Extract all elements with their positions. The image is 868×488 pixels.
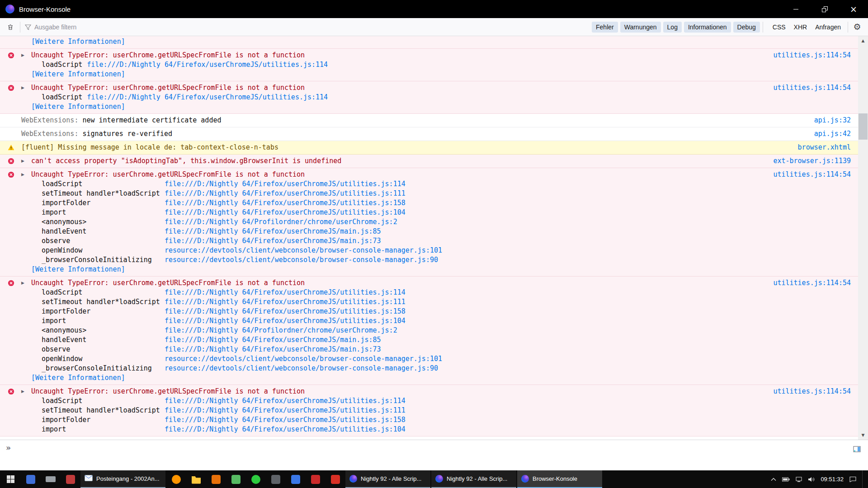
message-location-link[interactable]: utilities.js:114:54 xyxy=(764,83,851,93)
keyboard-app-icon[interactable] xyxy=(41,470,61,488)
stack-frame-link[interactable]: file:///D:/Nightly 64/Profilordner/chrom… xyxy=(165,217,858,227)
stack-frame-link[interactable]: file:///D:/Nightly 64/Firefox/userChrome… xyxy=(165,189,858,198)
stack-frame-link[interactable]: file:///D:/Nightly 64/Firefox/userChrome… xyxy=(87,60,858,70)
error-message: ▶Uncaught TypeError: userChrome.getURLSp… xyxy=(0,168,858,277)
volume-icon[interactable] xyxy=(808,477,815,482)
pinned-app-5-icon[interactable] xyxy=(266,470,286,488)
expand-arrow-icon[interactable]: ▶ xyxy=(14,278,31,288)
message-location-link[interactable]: api.js:32 xyxy=(805,116,851,125)
filter-button-informationen[interactable]: Informationen xyxy=(684,22,731,33)
message-location-link[interactable]: utilities.js:114:54 xyxy=(764,387,851,396)
filter-button-warnungen[interactable]: Warnungen xyxy=(620,22,661,33)
message-location-link[interactable]: browser.xhtml xyxy=(789,143,851,152)
pinned-app-6-glyph xyxy=(291,475,300,484)
titlebar: Browser-Konsole × xyxy=(0,0,868,18)
close-button[interactable]: × xyxy=(839,0,868,18)
filter-button-fehler[interactable]: Fehler xyxy=(592,22,618,33)
system-tray: 09:51:32 xyxy=(771,470,868,488)
pinned-app-1-icon[interactable] xyxy=(21,470,41,488)
pinned-app-3-icon[interactable] xyxy=(206,470,226,488)
stack-frame-link[interactable]: file:///D:/Nightly 64/Firefox/userChrome… xyxy=(165,415,858,425)
file-explorer-glyph xyxy=(192,475,201,484)
more-info-link[interactable]: [Weitere Informationen] xyxy=(0,373,858,383)
filter-button-css[interactable]: CSS xyxy=(770,22,788,33)
file-explorer-icon[interactable] xyxy=(186,470,206,488)
stack-frame-link[interactable]: resource://devtools/client/webconsole/br… xyxy=(165,246,858,255)
filter-box xyxy=(25,23,179,31)
pinned-app-8-icon[interactable] xyxy=(326,470,345,488)
minimize-button[interactable] xyxy=(781,0,810,18)
error-icon xyxy=(8,84,14,91)
stack-frame-link[interactable]: file:///D:/Nightly 64/Firefox/userChrome… xyxy=(87,93,858,102)
vertical-scrollbar[interactable]: ▲ ▼ xyxy=(858,36,868,440)
expand-arrow-icon[interactable]: ▶ xyxy=(14,156,31,166)
more-info-link[interactable]: [Weitere Informationen] xyxy=(0,102,858,112)
pinned-app-4-icon[interactable] xyxy=(226,470,246,488)
stack-frame-link[interactable]: file:///D:/Nightly 64/Firefox/userChrome… xyxy=(165,208,858,217)
taskbar-window-button[interactable]: Browser-Konsole xyxy=(517,470,602,488)
filter-button-xhr[interactable]: XHR xyxy=(792,22,810,33)
taskbar-window-button[interactable]: Posteingang - 2002An... xyxy=(80,470,165,488)
pinned-app-2-icon[interactable] xyxy=(61,470,80,488)
pinned-app-6-icon[interactable] xyxy=(286,470,306,488)
stack-frame-link[interactable]: file:///D:/Nightly 64/Profilordner/chrom… xyxy=(165,326,858,335)
start-button[interactable] xyxy=(0,470,21,488)
firefox-icon[interactable] xyxy=(166,470,186,488)
message-body: WebExtensions:signatures re-verified xyxy=(21,129,172,139)
expand-arrow-icon[interactable]: ▶ xyxy=(14,170,31,179)
stack-frame-link[interactable]: file:///D:/Nightly 64/Firefox/userChrome… xyxy=(165,288,858,297)
stack-frame-link[interactable]: file:///D:/Nightly 64/Firefox/userChrome… xyxy=(165,425,858,434)
notifications-icon[interactable] xyxy=(849,476,856,482)
message-location-link[interactable]: ext-browser.js:1139 xyxy=(764,156,851,166)
stack-frame-link[interactable]: resource://devtools/client/webconsole/br… xyxy=(165,354,858,364)
stack-frame-function: loadScript xyxy=(42,179,160,189)
stack-frame-link[interactable]: file:///D:/Nightly 64/Firefox/userChrome… xyxy=(165,345,858,354)
tray-chevron-up-icon[interactable] xyxy=(771,478,776,481)
stack-frame-link[interactable]: file:///D:/Nightly 64/Firefox/userChrome… xyxy=(165,297,858,307)
stack-frame-link[interactable]: file:///D:/Nightly 64/Firefox/userChrome… xyxy=(165,227,858,236)
stack-frame-link[interactable]: resource://devtools/client/webconsole/br… xyxy=(165,255,858,265)
taskbar-window-button[interactable]: Nightly 92 - Alle Scrip... xyxy=(345,470,430,488)
settings-button[interactable]: ⚙ xyxy=(851,20,864,34)
stack-frame-link[interactable]: file:///D:/Nightly 64/Firefox/userChrome… xyxy=(165,179,858,189)
stack-frame-link[interactable]: file:///D:/Nightly 64/Firefox/userChrome… xyxy=(165,316,858,326)
stack-frame-link[interactable]: file:///D:/Nightly 64/Firefox/userChrome… xyxy=(165,307,858,316)
filter-button-debug[interactable]: Debug xyxy=(733,22,760,33)
sidebar-toggle-icon[interactable] xyxy=(853,446,861,453)
taskbar-clock[interactable]: 09:51:32 xyxy=(821,476,844,483)
stack-frame-link[interactable]: file:///D:/Nightly 64/Firefox/userChrome… xyxy=(165,198,858,208)
stack-frame-link[interactable]: resource://devtools/client/webconsole/br… xyxy=(165,364,858,373)
stack-frame-link[interactable]: file:///D:/Nightly 64/Firefox/userChrome… xyxy=(165,396,858,406)
network-icon[interactable] xyxy=(796,477,802,482)
pinned-app-check-icon[interactable] xyxy=(246,470,266,488)
filter-input[interactable] xyxy=(34,23,179,31)
stack-frame-link[interactable]: file:///D:/Nightly 64/Firefox/userChrome… xyxy=(165,406,858,415)
scrollbar-up-arrow[interactable]: ▲ xyxy=(858,36,868,45)
stack-frame-function: _browserConsoleInitializing xyxy=(42,364,160,373)
stack-frame-link[interactable]: file:///D:/Nightly 64/Firefox/userChrome… xyxy=(165,335,858,345)
expand-arrow-icon[interactable]: ▶ xyxy=(14,387,31,396)
console-command-input[interactable] xyxy=(18,440,845,470)
taskbar-window-button[interactable]: Nightly 92 - Alle Scrip... xyxy=(431,470,516,488)
more-info-link[interactable]: [Weitere Informationen] xyxy=(0,265,858,274)
message-location-link[interactable]: utilities.js:114:54 xyxy=(764,170,851,179)
more-info-link[interactable]: [Weitere Informationen] xyxy=(0,70,858,79)
stack-frame-link[interactable]: file:///D:/Nightly 64/Firefox/userChrome… xyxy=(165,236,858,246)
expand-arrow-icon[interactable]: ▶ xyxy=(14,51,31,60)
message-text: new intermediate certificate added xyxy=(82,116,221,124)
restore-button[interactable] xyxy=(810,0,839,18)
clear-console-button[interactable] xyxy=(4,20,17,34)
scrollbar-down-arrow[interactable]: ▼ xyxy=(858,431,868,440)
message-location-link[interactable]: utilities.js:114:54 xyxy=(764,51,851,60)
scrollbar-thumb[interactable] xyxy=(859,113,868,140)
window-controls: × xyxy=(781,0,868,18)
expand-arrow-icon[interactable]: ▶ xyxy=(14,83,31,93)
message-location-link[interactable]: utilities.js:114:54 xyxy=(764,278,851,288)
filter-button-anfragen[interactable]: Anfragen xyxy=(813,22,843,33)
pinned-app-7-icon[interactable] xyxy=(306,470,326,488)
more-info-link[interactable]: [Weitere Informationen] xyxy=(0,37,858,47)
show-desktop-button[interactable] xyxy=(862,470,864,488)
filter-button-log[interactable]: Log xyxy=(663,22,682,33)
battery-icon[interactable] xyxy=(782,477,790,482)
message-location-link[interactable]: api.js:42 xyxy=(805,129,851,139)
